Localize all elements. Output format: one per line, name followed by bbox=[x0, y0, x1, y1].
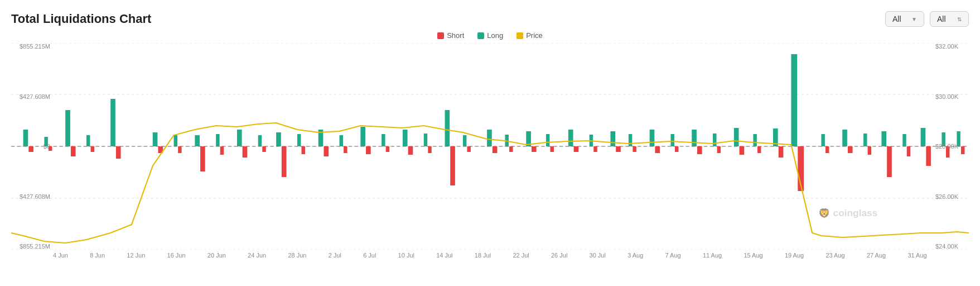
svg-rect-75 bbox=[593, 146, 597, 152]
svg-rect-66 bbox=[424, 134, 427, 146]
svg-rect-60 bbox=[297, 134, 301, 146]
legend-short-dot bbox=[437, 32, 444, 39]
svg-rect-35 bbox=[655, 146, 660, 153]
svg-rect-69 bbox=[467, 146, 470, 152]
svg-rect-88 bbox=[902, 134, 906, 146]
svg-rect-39 bbox=[740, 146, 745, 155]
legend-item-price: Price bbox=[516, 31, 543, 40]
svg-rect-12 bbox=[195, 135, 200, 146]
svg-rect-17 bbox=[282, 146, 287, 177]
x-label-14: 30 Jul bbox=[590, 252, 606, 259]
svg-rect-67 bbox=[428, 146, 431, 153]
svg-rect-13 bbox=[200, 146, 205, 171]
x-label-9: 10 Jul bbox=[398, 252, 414, 259]
legend-price-dot bbox=[516, 32, 523, 39]
y-axis-right: $32.00K $30.00K $28.00K $26.00K $24.00K bbox=[933, 43, 969, 250]
svg-rect-30 bbox=[568, 130, 573, 146]
legend-price-label: Price bbox=[526, 31, 543, 40]
x-label-18: 15 Aug bbox=[744, 252, 762, 259]
svg-rect-65 bbox=[386, 146, 389, 152]
chart-container: Total Liquidations Chart All ▼ All ⇅ Sho… bbox=[0, 0, 980, 286]
svg-rect-8 bbox=[110, 99, 115, 146]
svg-rect-36 bbox=[692, 130, 697, 146]
svg-rect-10 bbox=[153, 132, 158, 146]
dropdown-coin[interactable]: All ⇅ bbox=[930, 11, 969, 27]
chevron-up-down-icon: ⇅ bbox=[957, 16, 962, 22]
svg-rect-7 bbox=[71, 146, 76, 156]
legend-short-label: Short bbox=[447, 31, 464, 40]
svg-rect-20 bbox=[360, 127, 365, 146]
svg-rect-22 bbox=[403, 130, 408, 146]
svg-rect-21 bbox=[366, 146, 371, 154]
dropdown-exchange-label: All bbox=[892, 15, 901, 23]
y-right-2: $28.00K bbox=[935, 143, 969, 150]
x-label-12: 22 Jul bbox=[513, 252, 529, 259]
svg-rect-82 bbox=[753, 134, 756, 146]
svg-rect-47 bbox=[887, 146, 892, 177]
x-label-5: 24 Jun bbox=[248, 252, 266, 259]
x-label-21: 27 Aug bbox=[867, 252, 886, 259]
svg-rect-76 bbox=[629, 134, 632, 146]
svg-rect-78 bbox=[670, 134, 674, 146]
chevron-down-icon: ▼ bbox=[911, 16, 917, 22]
svg-rect-14 bbox=[237, 130, 242, 146]
x-label-3: 16 Jun bbox=[167, 252, 186, 259]
chart-body: $855.215M $427.608M $0 $427.608M $855.21… bbox=[11, 43, 969, 250]
svg-rect-83 bbox=[757, 146, 761, 153]
svg-rect-27 bbox=[493, 146, 498, 153]
svg-rect-23 bbox=[408, 146, 413, 155]
svg-rect-16 bbox=[276, 132, 281, 146]
svg-rect-86 bbox=[863, 134, 867, 146]
svg-rect-64 bbox=[382, 134, 385, 146]
chart-title: Total Liquidations Chart bbox=[11, 12, 151, 26]
chart-svg: 🦁 coinglass bbox=[11, 43, 969, 250]
x-label-13: 26 Jul bbox=[551, 252, 567, 259]
dropdown-exchange[interactable]: All ▼ bbox=[885, 11, 924, 27]
svg-rect-42 bbox=[791, 54, 797, 146]
svg-rect-33 bbox=[616, 146, 621, 152]
x-label-4: 20 Jun bbox=[207, 252, 226, 259]
x-label-22: 31 Aug bbox=[907, 252, 926, 259]
svg-rect-80 bbox=[713, 134, 716, 146]
dropdown-coin-label: All bbox=[937, 15, 946, 23]
svg-rect-87 bbox=[868, 146, 871, 155]
svg-rect-73 bbox=[550, 146, 553, 152]
svg-rect-49 bbox=[926, 146, 931, 166]
svg-rect-68 bbox=[463, 135, 466, 146]
legend-item-long: Long bbox=[477, 31, 503, 40]
svg-rect-85 bbox=[825, 146, 829, 153]
x-label-2: 12 Jun bbox=[127, 252, 145, 259]
svg-rect-29 bbox=[532, 146, 537, 152]
svg-rect-57 bbox=[220, 146, 224, 155]
svg-rect-77 bbox=[633, 146, 636, 152]
legend-item-short: Short bbox=[437, 31, 464, 40]
svg-rect-62 bbox=[340, 135, 343, 146]
svg-rect-84 bbox=[821, 134, 824, 146]
chart-header: Total Liquidations Chart All ▼ All ⇅ bbox=[11, 11, 969, 27]
x-axis: 4 Jun 8 Jun 12 Jun 16 Jun 20 Jun 24 Jun … bbox=[11, 252, 969, 259]
y-right-0: $32.00K bbox=[935, 43, 969, 50]
watermark-text: 🦁 coinglass bbox=[818, 208, 877, 219]
svg-rect-71 bbox=[509, 146, 513, 152]
chart-legend: Short Long Price bbox=[11, 31, 969, 40]
svg-rect-25 bbox=[450, 146, 455, 185]
svg-rect-24 bbox=[445, 110, 450, 146]
svg-rect-51 bbox=[49, 146, 52, 151]
svg-rect-19 bbox=[324, 146, 329, 156]
svg-rect-52 bbox=[86, 135, 90, 146]
svg-rect-58 bbox=[258, 135, 262, 146]
svg-rect-55 bbox=[178, 146, 181, 153]
x-label-0: 4 Jun bbox=[53, 252, 68, 259]
bar-short bbox=[28, 146, 33, 152]
svg-rect-89 bbox=[907, 146, 910, 156]
svg-rect-37 bbox=[697, 146, 702, 154]
legend-long-dot bbox=[477, 32, 484, 39]
svg-rect-81 bbox=[717, 146, 721, 153]
x-label-10: 14 Jul bbox=[436, 252, 452, 259]
x-label-1: 8 Jun bbox=[90, 252, 105, 259]
x-label-6: 28 Jun bbox=[288, 252, 306, 259]
x-label-17: 11 Aug bbox=[703, 252, 722, 259]
svg-rect-61 bbox=[301, 146, 305, 154]
svg-rect-6 bbox=[65, 110, 70, 146]
chart-svg-area: 🦁 coinglass bbox=[11, 43, 969, 250]
